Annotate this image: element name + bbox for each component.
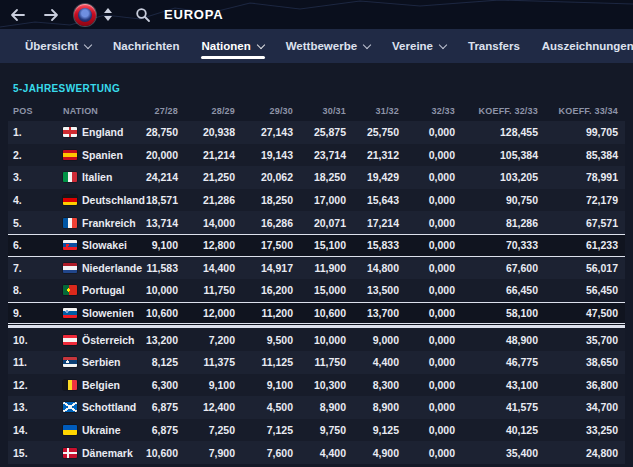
table-row[interactable]: 13.Schottland6,87512,4004,5008,9008,9000… <box>8 396 625 419</box>
nav-item-nationen[interactable]: Nationen <box>191 29 275 63</box>
table-row[interactable]: 10.Österreich13,2007,2009,50010,0009,000… <box>8 328 625 351</box>
value-cell: 15,643 <box>346 194 399 206</box>
value-cell: 0,000 <box>399 126 455 138</box>
nation-name: Slowenien <box>82 307 134 319</box>
position-cell: 13. <box>8 401 63 413</box>
nation-name: Deutschland <box>82 194 145 206</box>
column-header-28-29[interactable]: 28/29 <box>178 106 235 116</box>
table-row[interactable]: 1.England28,75020,93827,14325,87525,7500… <box>8 121 625 144</box>
nav-item-wettbewerbe[interactable]: Wettbewerbe <box>275 29 381 63</box>
table-row[interactable]: 7.Niederlande11,58314,40014,91711,90014,… <box>8 257 625 280</box>
value-cell: 35,700 <box>538 334 618 346</box>
ukraine-flag-icon <box>63 425 77 435</box>
value-cell: 46,775 <box>455 356 538 368</box>
table-row[interactable]: 2.Spanien20,00021,21419,14323,71421,3120… <box>8 144 625 167</box>
value-cell: 0,000 <box>399 401 455 413</box>
value-cell: 8,125 <box>140 356 178 368</box>
uefa-logo[interactable] <box>74 4 96 26</box>
value-cell: 17,214 <box>346 217 399 229</box>
value-cell: 103,205 <box>455 171 538 183</box>
table-row[interactable]: 14.Ukraine6,8757,2507,1259,7509,1250,000… <box>8 419 625 442</box>
table-row[interactable]: 9.Slowenien10,60012,00011,20010,60013,70… <box>8 302 625 325</box>
position-cell: 4. <box>8 194 63 206</box>
value-cell: 9,000 <box>346 334 399 346</box>
table-row[interactable]: 12.Belgien6,3009,1009,10010,3008,3000,00… <box>8 374 625 397</box>
value-cell: 25,875 <box>293 126 346 138</box>
value-cell: 10,300 <box>293 379 346 391</box>
nation-name: Niederlande <box>82 262 142 274</box>
value-cell: 0,000 <box>399 171 455 183</box>
value-cell: 9,100 <box>178 379 235 391</box>
value-cell: 0,000 <box>399 356 455 368</box>
value-cell: 0,000 <box>399 284 455 296</box>
column-header-pos[interactable]: POS <box>8 106 63 116</box>
denmark-flag-icon <box>63 448 77 458</box>
nav-item-auszeichnungen[interactable]: Auszeichnungen <box>531 29 633 63</box>
section-title: 5-JAHRESWERTUNG <box>0 63 633 94</box>
nation-cell: Serbien <box>63 356 140 368</box>
value-cell: 11,750 <box>293 356 346 368</box>
value-cell: 13,200 <box>140 334 178 346</box>
value-cell: 15,100 <box>293 239 346 251</box>
column-header-32-33[interactable]: 32/33 <box>399 106 455 116</box>
column-header-koeff-33-34[interactable]: KOEFF. 33/34 <box>538 106 618 116</box>
value-cell: 0,000 <box>399 149 455 161</box>
nation-name: Schottland <box>82 401 136 413</box>
value-cell: 7,900 <box>178 447 235 459</box>
nav-item-vereine[interactable]: Vereine <box>381 29 457 63</box>
nav-item-bersicht[interactable]: Übersicht <box>14 29 102 63</box>
nation-name: Dänemark <box>82 447 133 459</box>
search-button[interactable] <box>128 0 158 29</box>
value-cell: 6,875 <box>140 424 178 436</box>
value-cell: 10,600 <box>140 447 178 459</box>
nation-cell: England <box>63 126 140 138</box>
table-row[interactable]: 6.Slowakei9,10012,80017,50015,10015,8330… <box>8 234 625 257</box>
column-header-koeff-32-33[interactable]: KOEFF. 32/33 <box>455 106 538 116</box>
value-cell: 21,312 <box>346 149 399 161</box>
table-row[interactable]: 4.Deutschland18,57121,28618,25017,00015,… <box>8 189 625 212</box>
nav-item-transfers[interactable]: Transfers <box>457 29 531 63</box>
stepper-down-icon[interactable] <box>104 16 112 21</box>
column-header-nation[interactable]: NATION <box>63 106 140 116</box>
value-cell: 56,017 <box>538 262 618 274</box>
nation-cell: Ukraine <box>63 424 140 436</box>
table-row[interactable]: 15.Dänemark10,6007,9007,6004,4004,9000,0… <box>8 441 625 464</box>
value-cell: 9,500 <box>235 334 293 346</box>
value-cell: 14,800 <box>346 262 399 274</box>
value-cell: 41,575 <box>455 401 538 413</box>
column-header-29-30[interactable]: 29/30 <box>235 106 293 116</box>
table-row[interactable]: 5.Frankreich13,71414,00016,28620,07117,2… <box>8 211 625 234</box>
value-cell: 7,125 <box>235 424 293 436</box>
forward-button[interactable] <box>34 0 68 29</box>
ranking-table-body: 1.England28,75020,93827,14325,87525,7500… <box>8 121 625 464</box>
nation-cell: Spanien <box>63 149 140 161</box>
chevron-down-icon <box>363 40 371 48</box>
nation-name: Italien <box>82 171 112 183</box>
screen-stepper[interactable] <box>104 8 112 21</box>
serbia-flag-icon <box>63 357 77 367</box>
table-row[interactable]: 8.Portugal10,00011,75016,20015,00013,500… <box>8 279 625 302</box>
chevron-down-icon <box>84 40 92 48</box>
column-header-27-28[interactable]: 27/28 <box>140 106 178 116</box>
england-flag-icon <box>63 127 77 137</box>
position-cell: 14. <box>8 424 63 436</box>
value-cell: 0,000 <box>399 239 455 251</box>
nation-cell: Slowenien <box>63 307 140 319</box>
value-cell: 0,000 <box>399 379 455 391</box>
value-cell: 9,100 <box>140 239 178 251</box>
active-tab-underline <box>201 56 265 59</box>
table-row[interactable]: 11.Serbien8,12511,37511,12511,7504,4000,… <box>8 351 625 374</box>
nav-item-nachrichten[interactable]: Nachrichten <box>102 29 190 63</box>
table-row[interactable]: 3.Italien24,21421,25020,06218,25019,4290… <box>8 166 625 189</box>
value-cell: 99,705 <box>538 126 618 138</box>
value-cell: 12,000 <box>178 307 235 319</box>
back-button[interactable] <box>0 0 34 29</box>
value-cell: 19,429 <box>346 171 399 183</box>
value-cell: 33,250 <box>538 424 618 436</box>
nation-name: Portugal <box>82 284 125 296</box>
value-cell: 72,179 <box>538 194 618 206</box>
value-cell: 0,000 <box>399 307 455 319</box>
column-header-30-31[interactable]: 30/31 <box>293 106 346 116</box>
column-header-31-32[interactable]: 31/32 <box>346 106 399 116</box>
stepper-up-icon[interactable] <box>104 8 112 13</box>
